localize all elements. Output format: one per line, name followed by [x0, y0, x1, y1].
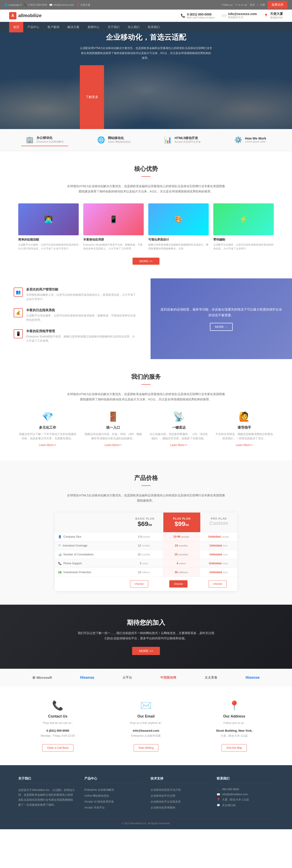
service-link-3[interactable]: Learn More++ — [170, 443, 187, 447]
features-more-button[interactable]: MORE → — [210, 323, 233, 331]
partner-china-stock: 中国股份商 — [160, 676, 176, 680]
advantage-img-3: 🎨 — [148, 204, 209, 235]
email-icon: ✉️ — [222, 13, 226, 18]
consult-pro-val: Unlimited mon — [200, 550, 237, 559]
hero-cta-button[interactable]: 了解更多 — [80, 65, 104, 129]
twitter-icon[interactable]: t — [237, 3, 237, 6]
office-icon: 🏢 — [26, 136, 34, 144]
pricing-header: BASIC PLAN $69/m PLUS PLAN $99/m PRO PLA… — [55, 513, 237, 532]
service-desc-1: 我建议您可以了解一下关于移动工作的全面服务内容，包括多重文件共享，无需要安置的。 — [18, 432, 77, 441]
footer-support-link-2[interactable]: 企业移动化平台文档 — [151, 794, 175, 797]
top-bar-right: Follow us f t w in g+ 登录 / 注册 免费试用 — [222, 1, 287, 9]
insurance-pro-val: Unlimited mon — [200, 541, 237, 550]
tab-office-sub: Enterprise 企业移动解决 — [36, 140, 64, 144]
consult-icon: 📊 — [58, 553, 62, 556]
nav-cases[interactable]: 客户案例 — [43, 22, 63, 32]
nav-contact[interactable]: 联系我们 — [144, 22, 164, 32]
services-divider — [141, 384, 151, 385]
core-more-button[interactable]: MORE ++ — [133, 258, 159, 265]
service-link-1[interactable]: Learn More++ — [39, 443, 56, 447]
nav-news[interactable]: 新闻中心 — [84, 22, 104, 32]
feature-tab-web[interactable]: 🌐 网站移动化 Active 网站移动优化 — [93, 134, 135, 146]
cta-section: 期待您的加入 我们可以让您了解一些一……我们当前提供不一样的网站形式！云网络优先… — [0, 604, 292, 669]
insurance-basic-val: 12 months — [125, 541, 163, 550]
footer-support-link-4[interactable]: 企业移动化简单案例 — [151, 806, 175, 809]
contact-item-address: 📍 Our Address Follow and us at : Stock B… — [195, 700, 274, 751]
service-title-1: 多元化工作 — [18, 426, 77, 430]
trial-button[interactable]: 免费试用 — [267, 1, 287, 9]
advantage-label-3: 可视化界面设计 — [148, 238, 209, 242]
footer-support-3: 企业移动化平台在线支持 — [151, 800, 208, 804]
footer-product-link-3[interactable]: Arcstar UI 移动应用开发 — [84, 800, 114, 803]
feature-tab-howwork[interactable]: ⚙️ How We Work Lorem ipsum dolor — [230, 134, 271, 146]
nav-products[interactable]: 产品中心 — [23, 22, 43, 32]
contact-item-phone: 📞 Contact Us They that be set can on : 0… — [18, 700, 97, 751]
facebook-icon[interactable]: f — [235, 3, 236, 6]
features-right: 提到设备的还须程度，服务等功能，在设备出现通失的情况下可以最大程度的保护企业的信… — [151, 278, 292, 359]
contact-address-button[interactable]: Visit the Map — [222, 744, 247, 751]
nav-home[interactable]: 首页 — [9, 22, 23, 32]
advantage-text-3: 能够让您简单地通过连接操作就能够轻松完成设计，整理多重要的界面能够整合、主美。 — [148, 243, 209, 251]
title-divider — [141, 176, 151, 177]
top-bar-address: 📍 天使大厦 — [77, 3, 90, 7]
advantage-img-4: ⚡ — [213, 204, 274, 235]
footer-product-link-2[interactable]: Active 网站移动优化 — [84, 794, 109, 797]
login-link[interactable]: 登录 — [250, 3, 255, 7]
plan-plus-name: PLUS PLAN — [166, 517, 198, 520]
feature-tab-html5[interactable]: 📊 HTML5移动开发 Arcstar 开应用平台开发 — [159, 134, 205, 146]
plan-pro-price: Custom — [203, 520, 235, 526]
contact-phone-button[interactable]: Order a Call Back — [42, 744, 74, 751]
service-icon-1: 💎 — [18, 411, 77, 422]
phone-sub: Mon-Sat 9:00am-8:00pm — [187, 16, 215, 19]
choose-basic-button[interactable]: choose — [130, 580, 148, 588]
register-link[interactable]: 注册 — [260, 3, 265, 7]
choose-plus-button[interactable]: choose — [169, 580, 188, 588]
partners-section: ⊞ Microsoft Hisense 云平台 中国股份商 太太美食 Hisen… — [0, 669, 292, 686]
pricing-row-phone: 📞 Phone Support 3 users 6 users Unlimite… — [55, 559, 237, 568]
choose-pro-button[interactable]: choose — [208, 580, 227, 588]
service-link-2[interactable]: Learn More++ — [105, 443, 122, 447]
footer-support-link-3[interactable]: 企业移动化平台在线支持 — [151, 800, 181, 803]
core-advantages-section: 核心优势 全球领先HTML5企业移动化解决方案优先，也是跟欧美金融和运营最领先心… — [0, 151, 292, 278]
nav-links: 首页 产品中心 客户案例 解决方案 新闻中心 关于我们 加入我们 联系我们 — [9, 22, 164, 32]
footer-address-text: 大厦（联合大本 111起 — [222, 798, 249, 802]
core-title: 核心优势 — [18, 165, 274, 173]
service-item-2: 🚪 统一入口 我建议综合展示内容，比如，SDK、LBS，都能够非常清楚的分析完成… — [84, 411, 143, 447]
feature-tab-office[interactable]: 🏢 办公移动化 Enterprise 企业移动解决 — [21, 134, 68, 146]
footer-product-link-1[interactable]: Enterprise 企业移动解决 — [84, 788, 114, 792]
service-title-4: 请导指手 — [215, 426, 274, 430]
contact-email-button[interactable]: Start Writing — [134, 744, 158, 751]
insurance-plus-val: 24 months — [163, 541, 200, 550]
footer-products: 产品中心 Enterprise 企业移动解决 Active 网站移动优化 Arc… — [84, 777, 141, 811]
feature-consult: 📊 Number of Consultations — [55, 550, 125, 559]
pricing-title: 产品价格 — [18, 474, 274, 482]
nav-solutions[interactable]: 解决方案 — [63, 22, 84, 32]
footer-product-2: Active 网站移动优化 — [84, 794, 141, 798]
phone-icon: 📞 — [181, 13, 185, 18]
language-selector[interactable]: 🌐 Language ▾ — [5, 3, 22, 6]
address-icon: 📍 — [264, 13, 268, 18]
advantage-text-4: 云适配平台从服务，让您可以轻松体验各地区移动的特色信息，大大节省了企业用户。 — [213, 243, 274, 251]
nav-join[interactable]: 加入我们 — [124, 22, 144, 32]
feature-item-1: 👥 多层次的用户管理功能 全球领先移动服务人员，让您可以轻松体验领导成员移动办公… — [14, 287, 137, 302]
email-sub: 联系邮件方式 — [228, 16, 257, 19]
tab-html5-sub: Arcstar 开应用平台开发 — [175, 140, 201, 144]
logo[interactable]: A allmobilize — [9, 12, 41, 20]
footer-product-link-4[interactable]: Arcstar 开发平台 — [84, 806, 105, 809]
pricing-pro-header: PRO PLAN Custom — [200, 513, 237, 532]
weibo-icon[interactable]: w — [239, 3, 240, 6]
top-bar-email: ✉️ info@xxxxxxx.com — [49, 3, 74, 6]
services-title: 我们的服务 — [18, 373, 274, 381]
cta-button[interactable]: MORE ++ — [132, 647, 160, 655]
nav-about[interactable]: 关于我们 — [104, 22, 124, 32]
phone-pro-val: Unlimited users — [200, 559, 237, 568]
service-link-4[interactable]: Learn More++ — [236, 443, 253, 447]
contact-address-line2: 大道（联合大本 111起 — [195, 734, 274, 739]
footer-about: 关于我们 这里是关于Allmobilize Inc.（云适配）的简短介绍，也是跟… — [18, 777, 75, 811]
footer-support-1: 企业移动化优先方法介绍 — [151, 788, 208, 792]
googleplus-icon[interactable]: g+ — [244, 3, 247, 6]
pricing-basic-header: BASIC PLAN $69/m — [126, 513, 163, 532]
advantage-img-1: 👨‍💻 — [18, 204, 79, 235]
footer-support-link-1[interactable]: 企业移动化优先方法介绍 — [151, 788, 181, 792]
linkedin-icon[interactable]: in — [241, 3, 244, 6]
